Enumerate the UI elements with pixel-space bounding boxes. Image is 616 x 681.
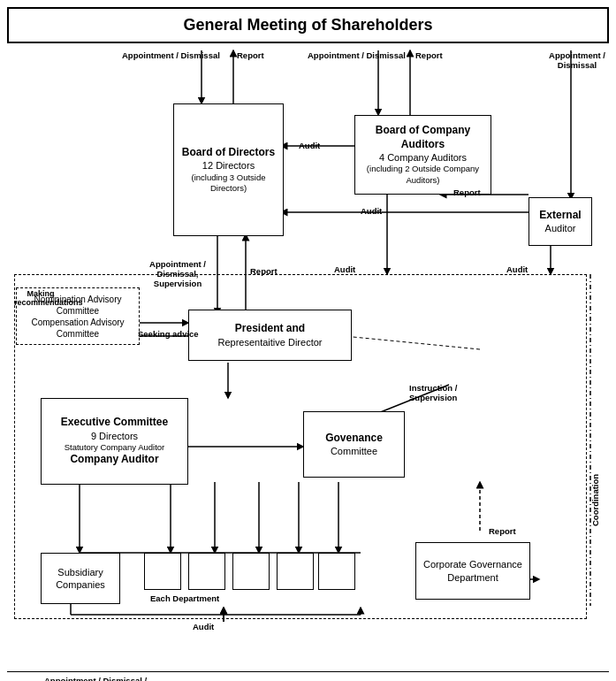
board-sub: 12 Directors [202, 159, 255, 172]
dept-box-4 [277, 553, 314, 590]
president-title: President and [235, 322, 305, 336]
report-label-2: Report [415, 50, 443, 60]
appt-label-1: Appointment / Dismissal [122, 50, 197, 60]
legend: Appointment / Dismissal / Audit / Superv… [7, 671, 609, 681]
executive-sub: 9 Directors [91, 430, 138, 442]
report-label-1: Report [237, 50, 264, 60]
legend-solid-label: Appointment / Dismissal / Audit / Superv… [44, 676, 171, 681]
dept-box-5 [318, 553, 355, 590]
board-sub2: (including 3 Outside [192, 172, 266, 183]
diagram: Board of Directors 12 Directors (includi… [7, 49, 609, 668]
external-auditor-sub: Auditor [545, 222, 576, 234]
president-box: President and Representaitive Director [188, 310, 352, 361]
dept-box-1 [144, 553, 181, 590]
board-auditors-sub2: (including 2 Outside Company [367, 164, 479, 174]
audit-label-1: Audit [299, 141, 320, 150]
corp-gov-sub: Department [447, 571, 498, 584]
audit-bottom-label: Audit [193, 622, 214, 631]
governance-sub: Committee [331, 445, 377, 457]
audit-label-3: Audit [334, 264, 355, 274]
executive-box: Executive Committee 9 Directors Statutor… [41, 398, 188, 485]
report-label-5: Report [489, 526, 516, 536]
president-sub: Representaitive Director [218, 336, 323, 348]
report-label-3: Report [453, 187, 481, 197]
title-box: General Meeting of Shareholders [7, 7, 609, 43]
subsidiary-box: Subsidiary Companies [41, 553, 120, 604]
board-auditors-title: Board of Company Auditors [359, 124, 487, 151]
corp-gov-box: Corporate Governance Department [415, 542, 530, 600]
appt-label-2: Appointment / Dismissal [308, 50, 383, 60]
report-label-4: Report [250, 266, 278, 276]
corp-gov-title: Corporate Governance [423, 558, 522, 570]
legend-solid: Appointment / Dismissal / Audit / Superv… [14, 676, 171, 681]
page-title: General Meeting of Shareholders [12, 16, 604, 34]
board-of-directors-box: Board of Directors 12 Directors (includi… [173, 103, 284, 236]
governance-box: Govenance Committee [303, 411, 405, 478]
executive-sub2: Statutory Company Auditor [65, 442, 165, 453]
external-auditor-title: External [539, 209, 581, 223]
dept-box-3 [232, 553, 270, 590]
seeking-advice-label: Seeking advice [138, 329, 199, 339]
board-auditors-sub: 4 Company Auditors [379, 151, 467, 164]
nom-comp-sub: Compensation Advisory Committee [20, 317, 135, 340]
governance-title: Govenance [325, 432, 383, 446]
each-dept-label: Each Department [150, 593, 219, 603]
appt-label-3: Appointment /Dismissal [542, 50, 612, 70]
external-auditor-box: External Auditor [529, 197, 592, 246]
board-auditors-sub3: Auditors) [406, 175, 439, 186]
audit-label-4: Audit [506, 264, 528, 274]
audit-label-2: Audit [361, 206, 382, 216]
executive-sub3: Company Auditor [70, 453, 158, 467]
executive-title: Executive Committee [61, 416, 168, 430]
subsidiary-sub: Companies [56, 578, 105, 591]
board-auditors-box: Board of Company Auditors 4 Company Audi… [354, 115, 491, 195]
board-title: Board of Directors [182, 146, 275, 160]
page: General Meeting of Shareholders [0, 0, 616, 681]
appt-sup-label: Appointment /Dismissal,Supervision [142, 259, 213, 288]
making-rec-label: Makingrecommendations [14, 289, 67, 307]
dept-box-2 [188, 553, 225, 590]
board-sub3: Directors) [210, 183, 247, 194]
instr-sup-label: Instruction /Supervision [409, 383, 457, 402]
coordination-label: Coordination [590, 349, 600, 526]
subsidiary-title: Subsidiary [57, 566, 103, 578]
